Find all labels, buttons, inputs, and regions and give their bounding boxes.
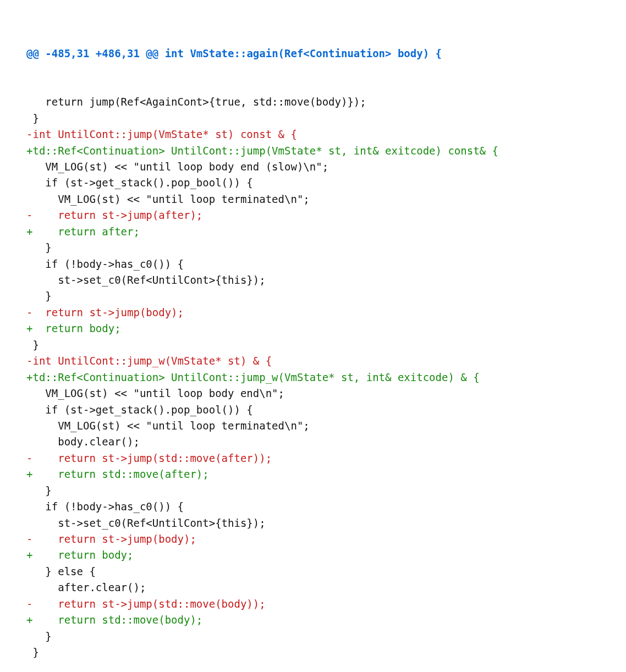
diff-line-added: +td::Ref<Continuation> UntilCont::jump_w…	[26, 370, 600, 385]
diff-line-removed: - return st->jump(body);	[26, 305, 600, 321]
diff-line-context: VM_LOG(st) << "until loop terminated\n";	[26, 191, 600, 207]
diff-line-context: after.clear();	[26, 580, 600, 596]
diff-line-context: body.clear();	[26, 434, 600, 450]
diff-line-removed: - return st->jump(std::move(body));	[26, 596, 600, 612]
diff-line-context: st->set_c0(Ref<UntilCont>{this});	[26, 515, 600, 531]
diff-line-context: if (st->get_stack().pop_bool()) {	[26, 175, 600, 191]
diff-block: @@ -485,31 +486,31 @@ int VmState::again…	[0, 0, 626, 672]
diff-line-context: if (!body->has_c0()) {	[26, 256, 600, 272]
diff-line-removed: -int UntilCont::jump(VmState* st) const …	[26, 126, 600, 142]
diff-line-context: VM_LOG(st) << "until loop body end (slow…	[26, 159, 600, 175]
diff-line-added: + return after;	[26, 224, 600, 240]
diff-line-context: }	[26, 240, 600, 256]
diff-line-removed: -int UntilCont::jump_w(VmState* st) & {	[26, 353, 600, 369]
diff-line-removed: - return st->jump(after);	[26, 207, 600, 223]
diff-line-added: + return body;	[26, 547, 600, 563]
hunk-function: int VmState::again(Ref<Continuation> bod…	[165, 47, 442, 59]
diff-line-context: VM_LOG(st) << "until loop terminated\n";	[26, 418, 600, 434]
diff-hunk-header: @@ -485,31 +486,31 @@ int VmState::again…	[26, 46, 600, 62]
diff-line-context: }	[26, 483, 600, 499]
diff-line-added: + return body;	[26, 321, 600, 337]
diff-line-context: }	[26, 111, 600, 126]
diff-lines-container: return jump(Ref<AgainCont>{true, std::mo…	[26, 94, 600, 660]
hunk-range: @@ -485,31 +486,31 @@	[26, 47, 165, 59]
diff-line-context: if (!body->has_c0()) {	[26, 499, 600, 515]
diff-line-context: } else {	[26, 564, 600, 580]
diff-line-context: if (st->get_stack().pop_bool()) {	[26, 402, 600, 418]
diff-line-removed: - return st->jump(body);	[26, 531, 600, 547]
diff-line-context: st->set_c0(Ref<UntilCont>{this});	[26, 272, 600, 288]
diff-line-context: VM_LOG(st) << "until loop body end\n";	[26, 385, 600, 401]
diff-line-context: }	[26, 629, 600, 645]
diff-line-added: +td::Ref<Continuation> UntilCont::jump(V…	[26, 143, 600, 159]
diff-line-context: }	[26, 337, 600, 353]
diff-line-context: }	[26, 645, 600, 660]
diff-line-context: }	[26, 288, 600, 304]
diff-line-context: return jump(Ref<AgainCont>{true, std::mo…	[26, 94, 600, 110]
diff-line-added: + return std::move(after);	[26, 466, 600, 482]
diff-line-removed: - return st->jump(std::move(after));	[26, 450, 600, 466]
diff-line-added: + return std::move(body);	[26, 612, 600, 628]
